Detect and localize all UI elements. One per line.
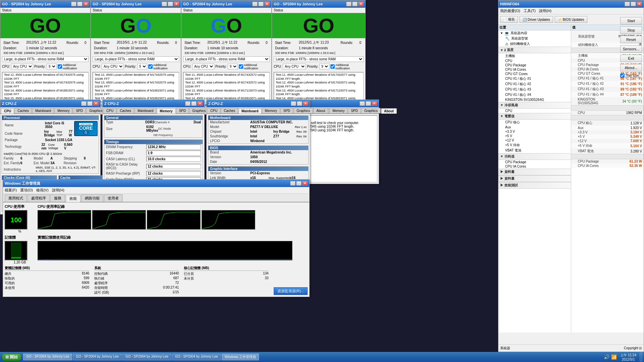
tree-5v[interactable]: +5 V [498, 134, 571, 138]
close-hwinfo[interactable]: ✕ [637, 2, 642, 6]
maximize-cpuz4[interactable]: □ [366, 101, 371, 106]
maximize-btn-go2[interactable]: □ [168, 2, 173, 6]
maximize-btn-go3[interactable]: □ [258, 2, 264, 6]
priority-select-2[interactable]: 9 [137, 64, 147, 69]
driver-updates-btn[interactable]: 🔄 Driver Updates [520, 16, 553, 23]
tab-spd-3[interactable]: SPD [280, 108, 293, 113]
close-cpuz3[interactable]: ✕ [303, 101, 308, 106]
tab-graphics-4[interactable]: Graphics [361, 108, 381, 113]
test-select-3[interactable]: Large, in-place FFTs - stress some RAM [183, 56, 270, 62]
test-select-1[interactable]: Large, in-place FFTs - stress some RAM [2, 56, 89, 62]
tab-network[interactable]: 網路功能 [81, 194, 103, 202]
tab-mainboard-3[interactable]: Mainboard [238, 108, 262, 114]
titlebar-taskman[interactable]: Windows 工作管理員 _ □ ✕ [3, 180, 309, 187]
minimize-btn-go3[interactable]: _ [252, 2, 258, 6]
exit-btn[interactable]: Exit [620, 55, 642, 62]
tab-caches-1[interactable]: Caches [14, 108, 32, 113]
tree-5vsb[interactable]: +5 V 待命 [498, 142, 571, 148]
tray-icon-check[interactable] [620, 73, 625, 78]
tab-performance[interactable]: 效能 [66, 195, 80, 202]
menu-tools[interactable]: 工具(T) [524, 8, 536, 13]
tab-memory-2[interactable]: Memory [157, 108, 175, 114]
close-cpuz1[interactable]: ✕ [93, 101, 99, 106]
addl-notif-check-2[interactable] [148, 64, 153, 69]
test-select-2[interactable]: Large, in-place FFTs - stress some RAM [93, 56, 179, 62]
tab-cpu-2[interactable]: CPU [103, 108, 116, 113]
tab-cpu-1[interactable]: CPU [1, 108, 14, 114]
tree-vbat[interactable]: VBAT 電池 [498, 148, 571, 153]
taskbar-item-4[interactable]: GO - SP2004 by Johnny Lee [172, 354, 221, 360]
resource-monitor-btn[interactable]: 資源監視器(R)... [274, 287, 308, 295]
close-cpuz4[interactable]: ✕ [372, 101, 377, 106]
close-cpuz2[interactable]: ✕ [197, 101, 203, 106]
cpu-select-1[interactable]: Any CPU [11, 64, 33, 69]
menu-view[interactable]: 檢視(V) [36, 188, 49, 193]
titlebar-go1[interactable]: GO - SP2004 by Johnny Lee _ □ ✕ [0, 0, 90, 8]
cpu-select-2[interactable]: Any CPU [102, 64, 124, 69]
minimize-cpuz3[interactable]: _ [291, 101, 296, 106]
tree-12v[interactable]: +12 V [498, 138, 571, 142]
tree-ssd-temp[interactable]: KINGSTON SV100S264G [498, 98, 571, 102]
titlebar-hwinfo[interactable]: HWiNFO64 _ □ ✕ [498, 0, 644, 8]
titlebar-cpuz1[interactable]: Z CPU-Z _ □ ✕ [0, 100, 100, 107]
maximize-cpuz3[interactable]: □ [297, 101, 302, 106]
tree-cpu-core2[interactable]: CPU #1 / 核心 #2 [498, 81, 571, 87]
start-button[interactable]: ⊞ 開始 [2, 353, 21, 361]
close-taskman[interactable]: ✕ [302, 181, 308, 186]
tab-mainboard-1[interactable]: Mainboard [32, 108, 54, 113]
menu-help[interactable]: 說明(H) [52, 188, 64, 193]
tab-graphics-3[interactable]: Graphics [293, 108, 313, 113]
cpu-select-4[interactable]: Any CPU [283, 64, 306, 69]
maximize-hwinfo[interactable]: □ [631, 2, 636, 6]
priority-select-1[interactable]: 9 [47, 64, 57, 69]
report-btn[interactable]: 📄 報告 [500, 16, 518, 23]
addl-notif-check-3[interactable] [239, 64, 243, 69]
taskbar-item-3[interactable]: GO - SP2004 by Johnny Lee [122, 354, 171, 360]
tree-cpu-core1[interactable]: CPU #1 / 核心 #1 [498, 76, 571, 81]
bios-updates-btn[interactable]: ⚡ BIOS Updates [555, 16, 587, 23]
tab-caches-3[interactable]: Caches [221, 108, 238, 113]
tree-aux[interactable]: Aux [498, 125, 571, 129]
tab-spd-4[interactable]: SPD [348, 108, 361, 113]
addl-notif-check-4[interactable] [330, 64, 335, 69]
tab-about-4[interactable]: About [381, 108, 397, 114]
minimize-cpuz1[interactable]: _ [81, 101, 87, 106]
about-btn[interactable]: About... [620, 64, 642, 71]
minimize-btn-go4[interactable]: _ [346, 2, 352, 6]
tree-cpu-vcore[interactable]: CPU 核心 [498, 120, 571, 125]
titlebar-go3[interactable]: GO - SP2004 by Johnny Lee _ □ ✕ [181, 0, 271, 8]
titlebar-cpuz2[interactable]: Z CPU-Z _ □ ✕ [103, 100, 204, 107]
tree-3v3[interactable]: +3.3 V [498, 129, 571, 134]
maximize-btn-go4[interactable]: □ [352, 2, 358, 6]
start-btn[interactable]: Start [620, 17, 642, 24]
tab-about-3[interactable]: About [313, 108, 328, 113]
minimize-taskman[interactable]: _ [290, 181, 296, 186]
close-btn-go1[interactable]: ✕ [83, 2, 89, 6]
titlebar-cpuz3[interactable]: Z CPU-Z _ □ ✕ [207, 100, 310, 107]
tree-cpu-temp[interactable]: CPU [498, 59, 571, 63]
addl-notif-check-1[interactable] [58, 64, 62, 69]
priority-select-4[interactable]: 9 [319, 64, 329, 69]
taskbar-item-2[interactable]: GO - SP2004 by Johnny Lee [73, 354, 122, 360]
titlebar-go2[interactable]: GO - SP2004 by Johnny Lee _ □ ✕ [91, 0, 181, 8]
cpu-select-3[interactable]: Any CPU [192, 64, 214, 69]
tab-apps[interactable]: 應用程式 [5, 194, 27, 202]
sensors-btn[interactable]: Sensors... [620, 45, 642, 53]
maximize-cpuz1[interactable]: □ [87, 101, 93, 106]
show-desktop-btn[interactable] [640, 353, 642, 361]
tree-system-type[interactable]: 🔧 系統器型號 [498, 36, 571, 41]
maximize-cpuz2[interactable]: □ [191, 101, 197, 106]
tab-caches-2[interactable]: Caches [117, 108, 134, 113]
menu-favorites[interactable]: 我的最愛(O) [500, 8, 520, 13]
test-select-4[interactable]: Large, in-place FFTs - stress some RAM [274, 56, 364, 62]
maximize-btn-go1[interactable]: □ [77, 2, 83, 6]
taskbar-item-taskman[interactable]: Windows 工作管理員 [222, 354, 259, 360]
tab-spd-1[interactable]: SPD [73, 108, 86, 113]
minimize-cpuz2[interactable]: _ [185, 101, 191, 106]
stop-btn[interactable]: Stop [620, 26, 642, 34]
tab-memory-4[interactable]: Memory [329, 108, 347, 113]
tab-processes[interactable]: 處理程序 [28, 194, 50, 202]
tree-cpu-fan[interactable]: CPU [498, 109, 571, 113]
tab-users[interactable]: 使用者 [104, 194, 122, 202]
tab-memory-1[interactable]: Memory [54, 108, 72, 113]
